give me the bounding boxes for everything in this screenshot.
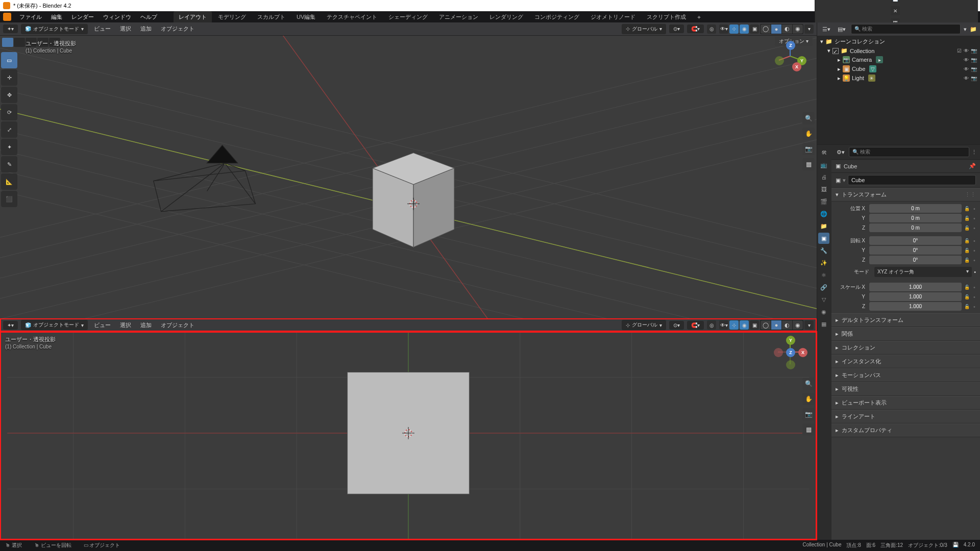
- pivot-dropdown[interactable]: ⊙▾: [669, 24, 684, 33]
- viewport-menu-object[interactable]: オブジェクト: [158, 23, 198, 34]
- perspective-toggle-icon[interactable]: ▦: [802, 158, 815, 170]
- lock-icon[interactable]: 🔓: [963, 206, 971, 211]
- properties-search[interactable]: 🔍 検索: [849, 147, 969, 157]
- panel-customprops[interactable]: ▸ カスタムプロパティ: [831, 423, 980, 437]
- disclosure-icon[interactable]: ▸: [838, 57, 841, 63]
- workspace-tab-layout[interactable]: レイアウト: [174, 11, 212, 23]
- mode-dropdown[interactable]: 🧊オブジェクトモード▾: [21, 24, 88, 34]
- gizmo-toggle-2[interactable]: ⊹: [729, 320, 739, 330]
- prop-tab-collection[interactable]: 📁: [818, 220, 829, 232]
- shading-wireframe[interactable]: ◯: [761, 24, 771, 34]
- rotation-mode-dropdown[interactable]: XYZ オイラー角▾: [874, 267, 972, 277]
- workspace-tab-scripting[interactable]: スクリプト作成: [642, 11, 691, 23]
- prop-tab-world[interactable]: 🌐: [818, 208, 829, 219]
- rot-z[interactable]: 0°: [869, 256, 962, 264]
- panel-collections[interactable]: ▸ コレクション: [831, 341, 980, 355]
- editor-type-dropdown-2[interactable]: ✦▾: [3, 321, 18, 330]
- outliner-item-camera[interactable]: ▸ 📷 Camera ▸ 👁📷: [817, 55, 980, 64]
- lock-icon[interactable]: 🔓: [963, 248, 971, 253]
- shading-rendered[interactable]: ◉: [793, 24, 803, 34]
- zoom-icon[interactable]: 🔍: [802, 112, 815, 124]
- meshdata-icon[interactable]: ▽: [869, 65, 876, 72]
- menu-window[interactable]: ウィンドウ: [99, 12, 135, 22]
- loc-y[interactable]: 0 m: [869, 214, 962, 222]
- outliner-item-light[interactable]: ▸ 💡 Light ☀ 👁📷: [817, 73, 980, 83]
- axis-x[interactable]: X: [792, 62, 801, 71]
- prop-tab-constraints[interactable]: 🔗: [818, 282, 829, 293]
- panel-motionpaths[interactable]: ▸ モーションパス: [831, 368, 980, 382]
- prop-tab-render[interactable]: 📺: [818, 159, 829, 170]
- panel-transform[interactable]: ▾ トランスフォーム⋮⋮: [831, 188, 980, 202]
- shading-rendered-2[interactable]: ◉: [793, 320, 803, 330]
- prop-tab-modifiers[interactable]: 🔧: [818, 245, 829, 256]
- panel-viewport-display[interactable]: ▸ ビューポート表示: [831, 396, 980, 410]
- prop-tab-output[interactable]: 🖨: [818, 171, 829, 183]
- shading-dropdown[interactable]: ▾: [804, 24, 814, 34]
- prop-tab-tool[interactable]: 🛠: [818, 147, 829, 158]
- rot-y[interactable]: 0°: [869, 246, 962, 255]
- workspace-tab-render[interactable]: レンダリング: [484, 11, 528, 23]
- prop-tab-texture[interactable]: ▦: [818, 318, 829, 330]
- viewport-menu-view[interactable]: ビュー: [91, 23, 114, 34]
- lock-icon[interactable]: 🔓: [963, 294, 971, 299]
- collection-checkbox[interactable]: ✓: [832, 48, 839, 54]
- lock-icon[interactable]: 🔓: [963, 238, 971, 243]
- disclosure-icon[interactable]: ▾: [827, 47, 830, 54]
- snap-dropdown[interactable]: 🧲▾: [687, 24, 704, 33]
- properties-options-icon[interactable]: ⋮: [971, 149, 977, 156]
- outliner-collection[interactable]: ▾ ✓ 📁 Collection ☑👁📷: [817, 46, 980, 55]
- visibility-dropdown[interactable]: 👁▾: [719, 24, 728, 34]
- axis-gizmo-2[interactable]: Y X Z: [774, 336, 806, 368]
- outliner-scene-collection[interactable]: ▾ 📁 シーンコレクション: [817, 37, 980, 46]
- rot-x[interactable]: 0°: [869, 236, 962, 245]
- render-toggle[interactable]: 📷: [971, 76, 977, 81]
- viewport2-canvas[interactable]: [0, 332, 817, 540]
- shading-solid-2[interactable]: ●: [771, 320, 781, 330]
- blender-app-icon[interactable]: [3, 13, 11, 21]
- eye-toggle[interactable]: 👁: [964, 48, 969, 54]
- workspace-tab-texpaint[interactable]: テクスチャペイント: [322, 11, 382, 23]
- render-toggle[interactable]: 📷: [971, 66, 977, 72]
- visibility-dropdown-2[interactable]: 👁▾: [719, 320, 728, 330]
- pivot-dropdown-2[interactable]: ⊙▾: [669, 321, 684, 330]
- prop-tab-particles[interactable]: ✨: [818, 257, 829, 268]
- object-name-input[interactable]: [848, 175, 976, 185]
- outliner-filter-icon[interactable]: ▾: [964, 26, 967, 33]
- panel-instancing[interactable]: ▸ インスタンス化: [831, 355, 980, 368]
- prop-tab-physics[interactable]: ⚛: [818, 269, 829, 281]
- outliner-tree[interactable]: ▾ 📁 シーンコレクション ▾ ✓ 📁 Collection ☑👁📷 ▸ 📷 C…: [817, 36, 980, 144]
- proportional-edit-toggle[interactable]: ◎: [707, 24, 716, 34]
- tool-move[interactable]: ✥: [1, 87, 17, 103]
- pan-icon[interactable]: ✋: [802, 128, 815, 140]
- panel-relations[interactable]: ▸ 関係: [831, 327, 980, 341]
- viewport2-menu-view[interactable]: ビュー: [91, 320, 114, 331]
- anim-dot[interactable]: •: [972, 284, 977, 290]
- cameradata-icon[interactable]: ▸: [876, 56, 883, 63]
- shading-wireframe-2[interactable]: ◯: [761, 320, 771, 330]
- scale-x[interactable]: 1.000: [869, 283, 962, 291]
- gizmo-toggle[interactable]: ⊹: [729, 24, 739, 34]
- workspace-tab-sculpt[interactable]: スカルプト: [252, 11, 290, 23]
- exclude-toggle[interactable]: ☑: [957, 48, 962, 54]
- viewport2-menu-add[interactable]: 追加: [137, 320, 155, 331]
- camera-view-icon-2[interactable]: 📷: [802, 408, 815, 420]
- disclosure-icon[interactable]: ▸: [838, 75, 841, 82]
- anim-dot[interactable]: •: [972, 225, 977, 231]
- menu-file[interactable]: ファイル: [15, 12, 46, 22]
- lock-icon[interactable]: 🔓: [963, 304, 971, 309]
- workspace-tab-compositing[interactable]: コンポジティング: [529, 11, 584, 23]
- viewport-menu-add[interactable]: 追加: [137, 23, 155, 34]
- axis-z[interactable]: Z: [786, 41, 795, 50]
- workspace-tab-modeling[interactable]: モデリング: [213, 11, 251, 23]
- scale-z[interactable]: 1.000: [869, 302, 962, 311]
- workspace-tab-anim[interactable]: アニメーション: [434, 11, 483, 23]
- panel-lineart[interactable]: ▸ ラインアート: [831, 410, 980, 423]
- menu-render[interactable]: レンダー: [67, 12, 98, 22]
- outliner-editor-dropdown[interactable]: ☰▾: [820, 25, 832, 34]
- tool-scale[interactable]: ⤢: [1, 121, 17, 138]
- anim-dot[interactable]: •: [974, 269, 976, 275]
- outliner-item-cube[interactable]: ▸ ▣ Cube ▽ 👁📷: [817, 64, 980, 73]
- camera-view-icon[interactable]: 📷: [802, 143, 815, 155]
- shading-solid[interactable]: ●: [771, 24, 781, 34]
- panel-delta[interactable]: ▸ デルタトランスフォーム: [831, 313, 980, 327]
